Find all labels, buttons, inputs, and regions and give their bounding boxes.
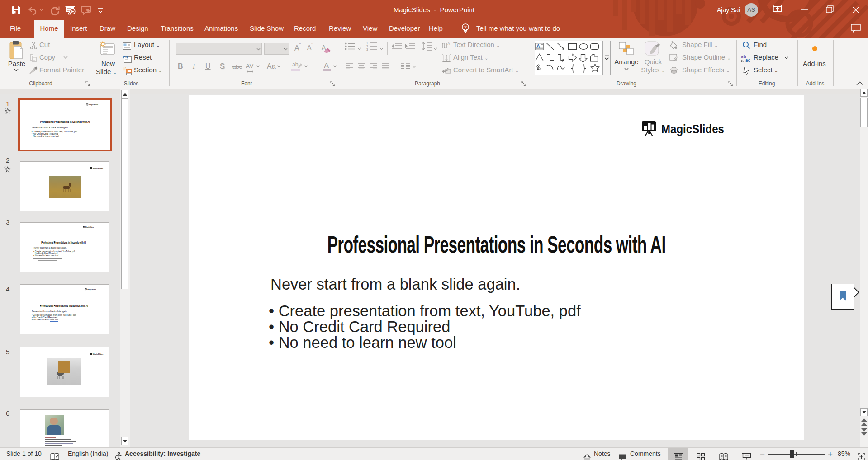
svg-text:3: 3 [366,48,368,51]
svg-text:1: 1 [366,42,368,45]
svg-text:MagicSlides: MagicSlides [87,288,96,291]
svg-text:MagicSlides: MagicSlides [85,226,94,228]
svg-text:MagicSlides: MagicSlides [89,103,99,106]
svg-text:A: A [536,43,540,49]
svg-text:MagicSlides: MagicSlides [93,167,104,169]
svg-text:MagicSlides: MagicSlides [661,122,724,136]
svg-text:2: 2 [366,45,368,48]
svg-text:A: A [447,42,450,46]
svg-text:MagicSlides: MagicSlides [93,353,104,355]
svg-text:ac: ac [745,58,751,62]
